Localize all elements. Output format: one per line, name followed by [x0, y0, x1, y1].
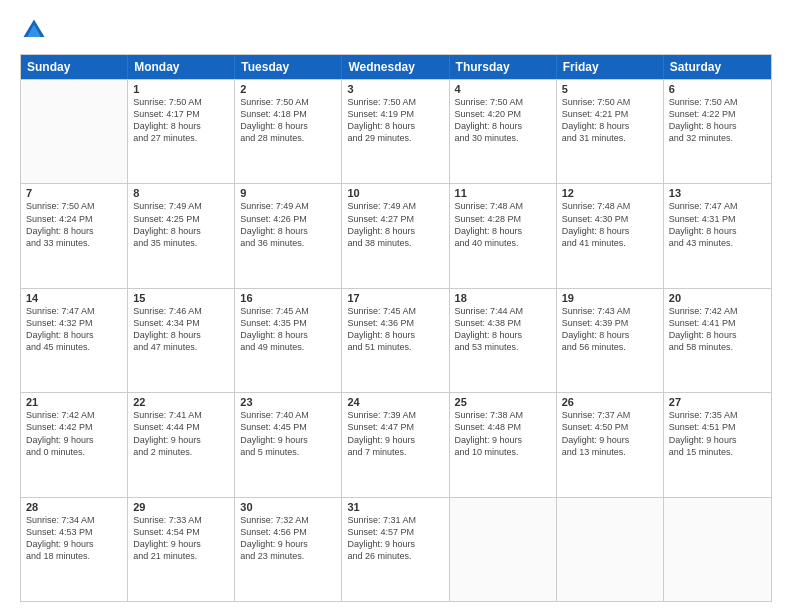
cell-line-0: Sunrise: 7:50 AM	[455, 96, 551, 108]
day-cell-9: 9Sunrise: 7:49 AMSunset: 4:26 PMDaylight…	[235, 184, 342, 287]
cell-line-3: and 38 minutes.	[347, 237, 443, 249]
empty-cell	[450, 498, 557, 601]
cell-line-2: Daylight: 8 hours	[133, 329, 229, 341]
cell-line-3: and 35 minutes.	[133, 237, 229, 249]
cell-line-3: and 51 minutes.	[347, 341, 443, 353]
day-number: 8	[133, 187, 229, 199]
day-number: 14	[26, 292, 122, 304]
cell-line-1: Sunset: 4:31 PM	[669, 213, 766, 225]
day-cell-15: 15Sunrise: 7:46 AMSunset: 4:34 PMDayligh…	[128, 289, 235, 392]
cell-line-2: Daylight: 8 hours	[455, 329, 551, 341]
cell-line-1: Sunset: 4:35 PM	[240, 317, 336, 329]
cell-line-0: Sunrise: 7:45 AM	[347, 305, 443, 317]
cell-line-1: Sunset: 4:22 PM	[669, 108, 766, 120]
cell-line-0: Sunrise: 7:47 AM	[669, 200, 766, 212]
cell-line-0: Sunrise: 7:50 AM	[240, 96, 336, 108]
day-number: 30	[240, 501, 336, 513]
cell-line-3: and 30 minutes.	[455, 132, 551, 144]
cell-line-1: Sunset: 4:17 PM	[133, 108, 229, 120]
cell-line-3: and 5 minutes.	[240, 446, 336, 458]
cell-line-1: Sunset: 4:32 PM	[26, 317, 122, 329]
cell-line-0: Sunrise: 7:48 AM	[455, 200, 551, 212]
cell-line-2: Daylight: 8 hours	[240, 225, 336, 237]
calendar-header: SundayMondayTuesdayWednesdayThursdayFrid…	[21, 55, 771, 79]
header-day-wednesday: Wednesday	[342, 55, 449, 79]
day-number: 9	[240, 187, 336, 199]
calendar-week-3: 14Sunrise: 7:47 AMSunset: 4:32 PMDayligh…	[21, 288, 771, 392]
cell-line-0: Sunrise: 7:47 AM	[26, 305, 122, 317]
cell-line-2: Daylight: 8 hours	[26, 225, 122, 237]
cell-line-3: and 27 minutes.	[133, 132, 229, 144]
day-number: 25	[455, 396, 551, 408]
cell-line-3: and 18 minutes.	[26, 550, 122, 562]
cell-line-3: and 58 minutes.	[669, 341, 766, 353]
day-cell-16: 16Sunrise: 7:45 AMSunset: 4:35 PMDayligh…	[235, 289, 342, 392]
cell-line-3: and 7 minutes.	[347, 446, 443, 458]
cell-line-2: Daylight: 9 hours	[455, 434, 551, 446]
cell-line-0: Sunrise: 7:39 AM	[347, 409, 443, 421]
cell-line-2: Daylight: 8 hours	[133, 120, 229, 132]
cell-line-3: and 15 minutes.	[669, 446, 766, 458]
day-number: 16	[240, 292, 336, 304]
cell-line-2: Daylight: 9 hours	[133, 538, 229, 550]
day-number: 23	[240, 396, 336, 408]
day-cell-2: 2Sunrise: 7:50 AMSunset: 4:18 PMDaylight…	[235, 80, 342, 183]
day-cell-27: 27Sunrise: 7:35 AMSunset: 4:51 PMDayligh…	[664, 393, 771, 496]
cell-line-2: Daylight: 8 hours	[669, 225, 766, 237]
day-number: 5	[562, 83, 658, 95]
cell-line-3: and 49 minutes.	[240, 341, 336, 353]
cell-line-0: Sunrise: 7:49 AM	[240, 200, 336, 212]
header-day-saturday: Saturday	[664, 55, 771, 79]
cell-line-1: Sunset: 4:18 PM	[240, 108, 336, 120]
day-cell-22: 22Sunrise: 7:41 AMSunset: 4:44 PMDayligh…	[128, 393, 235, 496]
cell-line-0: Sunrise: 7:38 AM	[455, 409, 551, 421]
day-cell-10: 10Sunrise: 7:49 AMSunset: 4:27 PMDayligh…	[342, 184, 449, 287]
page: SundayMondayTuesdayWednesdayThursdayFrid…	[0, 0, 792, 612]
cell-line-2: Daylight: 9 hours	[26, 434, 122, 446]
cell-line-2: Daylight: 9 hours	[347, 434, 443, 446]
cell-line-2: Daylight: 9 hours	[26, 538, 122, 550]
header-day-tuesday: Tuesday	[235, 55, 342, 79]
cell-line-1: Sunset: 4:42 PM	[26, 421, 122, 433]
cell-line-1: Sunset: 4:39 PM	[562, 317, 658, 329]
day-cell-26: 26Sunrise: 7:37 AMSunset: 4:50 PMDayligh…	[557, 393, 664, 496]
cell-line-2: Daylight: 8 hours	[562, 329, 658, 341]
day-cell-4: 4Sunrise: 7:50 AMSunset: 4:20 PMDaylight…	[450, 80, 557, 183]
cell-line-2: Daylight: 8 hours	[562, 120, 658, 132]
cell-line-1: Sunset: 4:28 PM	[455, 213, 551, 225]
cell-line-2: Daylight: 8 hours	[26, 329, 122, 341]
cell-line-3: and 41 minutes.	[562, 237, 658, 249]
cell-line-0: Sunrise: 7:32 AM	[240, 514, 336, 526]
cell-line-2: Daylight: 9 hours	[240, 434, 336, 446]
day-number: 15	[133, 292, 229, 304]
cell-line-1: Sunset: 4:24 PM	[26, 213, 122, 225]
day-cell-12: 12Sunrise: 7:48 AMSunset: 4:30 PMDayligh…	[557, 184, 664, 287]
cell-line-0: Sunrise: 7:40 AM	[240, 409, 336, 421]
calendar-week-2: 7Sunrise: 7:50 AMSunset: 4:24 PMDaylight…	[21, 183, 771, 287]
cell-line-1: Sunset: 4:21 PM	[562, 108, 658, 120]
header-day-friday: Friday	[557, 55, 664, 79]
day-number: 12	[562, 187, 658, 199]
cell-line-1: Sunset: 4:53 PM	[26, 526, 122, 538]
cell-line-2: Daylight: 8 hours	[347, 329, 443, 341]
empty-cell	[557, 498, 664, 601]
logo	[20, 16, 52, 44]
day-number: 20	[669, 292, 766, 304]
calendar-body: 1Sunrise: 7:50 AMSunset: 4:17 PMDaylight…	[21, 79, 771, 601]
cell-line-2: Daylight: 8 hours	[347, 120, 443, 132]
cell-line-1: Sunset: 4:51 PM	[669, 421, 766, 433]
day-number: 21	[26, 396, 122, 408]
day-number: 3	[347, 83, 443, 95]
cell-line-3: and 47 minutes.	[133, 341, 229, 353]
cell-line-1: Sunset: 4:25 PM	[133, 213, 229, 225]
cell-line-1: Sunset: 4:50 PM	[562, 421, 658, 433]
cell-line-0: Sunrise: 7:31 AM	[347, 514, 443, 526]
day-number: 6	[669, 83, 766, 95]
cell-line-0: Sunrise: 7:48 AM	[562, 200, 658, 212]
cell-line-2: Daylight: 8 hours	[455, 225, 551, 237]
cell-line-3: and 53 minutes.	[455, 341, 551, 353]
calendar-week-5: 28Sunrise: 7:34 AMSunset: 4:53 PMDayligh…	[21, 497, 771, 601]
cell-line-1: Sunset: 4:34 PM	[133, 317, 229, 329]
cell-line-0: Sunrise: 7:49 AM	[347, 200, 443, 212]
logo-icon	[20, 16, 48, 44]
